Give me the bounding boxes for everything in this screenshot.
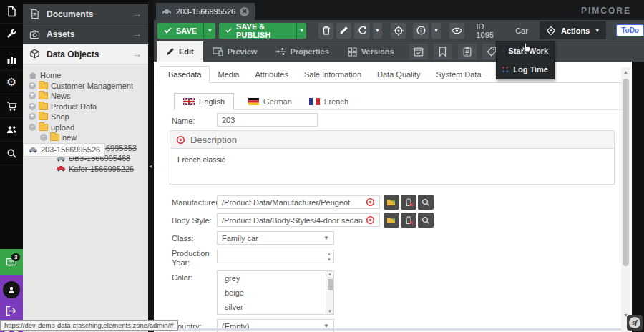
notes-events-button[interactable] bbox=[458, 44, 477, 59]
accordion-data-objects[interactable]: Data Objects → bbox=[23, 44, 148, 64]
arrow-right-icon: → bbox=[132, 49, 142, 59]
rail-messages-button[interactable] bbox=[0, 249, 23, 275]
color-option[interactable]: grey bbox=[218, 271, 333, 285]
collapse-left-icon[interactable]: ◂ bbox=[149, 162, 152, 170]
tree-folder[interactable]: + Customer Management bbox=[23, 81, 148, 92]
tab-preview[interactable]: Preview bbox=[203, 42, 267, 62]
users-icon bbox=[6, 125, 17, 135]
tab-lang-french[interactable]: French bbox=[306, 94, 351, 109]
actions-dropdown-caret: ▼ bbox=[595, 28, 600, 33]
color-multiselect[interactable]: grey beige silver ▲ ▼ bbox=[217, 270, 334, 315]
tree-folder[interactable]: + Shop bbox=[23, 112, 148, 122]
panel-splitter[interactable]: ◂ bbox=[148, 0, 154, 332]
tree-folder[interactable]: + Product Data bbox=[23, 102, 148, 112]
tree-item-object[interactable]: Kafer-1566995226 bbox=[23, 164, 148, 175]
rename-button[interactable] bbox=[336, 23, 351, 39]
manufacturer-open-button[interactable] bbox=[384, 195, 399, 210]
expand-icon[interactable]: + bbox=[29, 103, 36, 110]
tab-media[interactable]: Media bbox=[210, 67, 247, 82]
scrollbar-thumb[interactable] bbox=[328, 279, 333, 290]
delete-button[interactable] bbox=[318, 23, 333, 39]
description-editor[interactable]: French classic bbox=[170, 149, 614, 170]
bottom-edge bbox=[154, 328, 632, 331]
scroll-up-icon[interactable]: ▲ bbox=[623, 69, 628, 74]
tab-system-data[interactable]: System Data bbox=[429, 67, 489, 82]
manufacturer-clear-button[interactable] bbox=[401, 195, 416, 210]
scrollbar-thumb[interactable] bbox=[623, 79, 629, 266]
accordion-documents[interactable]: Documents → bbox=[23, 4, 148, 24]
workflow-status-badge[interactable]: ToDo bbox=[616, 24, 644, 36]
tab-versions[interactable]: Versions bbox=[338, 42, 404, 62]
manufacturer-search-button[interactable] bbox=[418, 195, 434, 210]
menu-item-start-work[interactable]: Start Work bbox=[497, 42, 554, 60]
open-object-tab[interactable]: 203-1566995526 ✕ bbox=[156, 3, 255, 20]
left-icon-rail: ⚙ 3 CO bbox=[0, 0, 23, 332]
schedule-button[interactable] bbox=[409, 44, 428, 59]
manufacturer-field[interactable]: /Product Data/Manufacturer/Peugeot bbox=[217, 195, 380, 209]
locate-in-tree-button[interactable] bbox=[391, 23, 406, 39]
reload-dropdown-caret[interactable]: ▼ bbox=[373, 23, 383, 39]
save-button[interactable]: SAVE ▼ bbox=[157, 23, 215, 39]
tab-attributes[interactable]: Attributes bbox=[247, 67, 296, 82]
reload-button[interactable] bbox=[354, 23, 369, 39]
user-avatar[interactable] bbox=[3, 281, 20, 298]
tree-folder-upload[interactable]: − upload bbox=[23, 122, 148, 133]
bodystyle-search-button[interactable] bbox=[418, 213, 434, 228]
tree-folder[interactable]: + News bbox=[23, 91, 148, 102]
tab-edit[interactable]: Edit bbox=[157, 42, 203, 62]
production-year-spinner[interactable]: ▲▼ bbox=[217, 250, 334, 263]
expand-icon[interactable]: + bbox=[29, 82, 36, 89]
scroll-down-icon[interactable]: ▼ bbox=[328, 309, 332, 313]
bookmark-button[interactable] bbox=[434, 44, 452, 59]
tab-properties[interactable]: Properties bbox=[266, 42, 338, 62]
caret-down-icon: ▼ bbox=[323, 235, 329, 241]
tree-folder-new[interactable]: − new bbox=[23, 132, 148, 143]
rail-ecommerce-button[interactable] bbox=[0, 94, 23, 118]
pencil-icon bbox=[339, 26, 348, 35]
save-dropdown-caret[interactable]: ▼ bbox=[203, 23, 215, 39]
save-publish-button[interactable]: SAVE & PUBLISH ▼ bbox=[219, 23, 306, 39]
logout-button[interactable] bbox=[5, 306, 17, 316]
tree-item-home[interactable]: Home bbox=[23, 70, 148, 81]
bodystyle-clear-button[interactable] bbox=[401, 213, 416, 228]
tab-lang-english[interactable]: English bbox=[174, 93, 234, 110]
french-flag-icon bbox=[309, 98, 320, 105]
tab-basedata[interactable]: Basedata bbox=[160, 66, 210, 83]
expand-icon[interactable]: + bbox=[29, 113, 36, 120]
tab-sale-information[interactable]: Sale Information bbox=[296, 67, 369, 82]
clipboard-icon bbox=[463, 47, 472, 57]
bodystyle-open-button[interactable] bbox=[384, 213, 399, 228]
expand-icon[interactable]: + bbox=[29, 92, 36, 99]
rail-settings-button[interactable]: ⚙ bbox=[0, 71, 23, 94]
rail-tools-button[interactable] bbox=[0, 24, 23, 47]
navigation-panel: Documents → Assets → Data Objects → Home… bbox=[23, 0, 148, 332]
tree-item-object[interactable]: 203-1566995526 bbox=[23, 143, 105, 157]
color-option[interactable]: beige bbox=[218, 285, 333, 300]
profiler-badge[interactable]: sf bbox=[627, 315, 643, 331]
rail-documents-button[interactable] bbox=[0, 0, 23, 24]
spinner-arrows-icon[interactable]: ▲▼ bbox=[327, 251, 331, 263]
actions-button[interactable]: Actions ▼ bbox=[540, 21, 606, 39]
target-red-icon bbox=[366, 197, 375, 207]
close-tab-icon[interactable]: ✕ bbox=[240, 7, 249, 16]
info-dropdown-caret[interactable]: ▼ bbox=[431, 23, 441, 39]
scroll-up-icon[interactable]: ▲ bbox=[328, 272, 332, 276]
collapse-icon[interactable]: − bbox=[29, 124, 36, 131]
bodystyle-field[interactable]: /Product Data/Body-Styles/4-door sedan bbox=[217, 213, 380, 227]
tab-lang-german[interactable]: German bbox=[245, 94, 295, 109]
listbox-scrollbar[interactable]: ▲ ▼ bbox=[326, 271, 333, 314]
open-preview-button[interactable] bbox=[449, 23, 464, 39]
name-input[interactable] bbox=[217, 113, 318, 127]
content-scrollbar[interactable]: ▲ ▼ bbox=[621, 67, 630, 332]
menu-item-log-time[interactable]: Log Time bbox=[497, 60, 554, 79]
accordion-assets[interactable]: Assets → bbox=[23, 24, 148, 44]
tab-data-quality[interactable]: Data Quality bbox=[369, 67, 429, 82]
color-option[interactable]: silver bbox=[218, 300, 333, 314]
save-publish-dropdown-caret[interactable]: ▼ bbox=[296, 23, 306, 39]
collapse-icon[interactable]: − bbox=[40, 134, 47, 141]
info-button[interactable] bbox=[413, 23, 428, 39]
rail-customers-button[interactable] bbox=[0, 118, 23, 142]
class-select[interactable]: Family car ▼ bbox=[217, 231, 334, 245]
rail-reports-button[interactable] bbox=[0, 47, 23, 71]
rail-search-button[interactable] bbox=[0, 142, 23, 165]
